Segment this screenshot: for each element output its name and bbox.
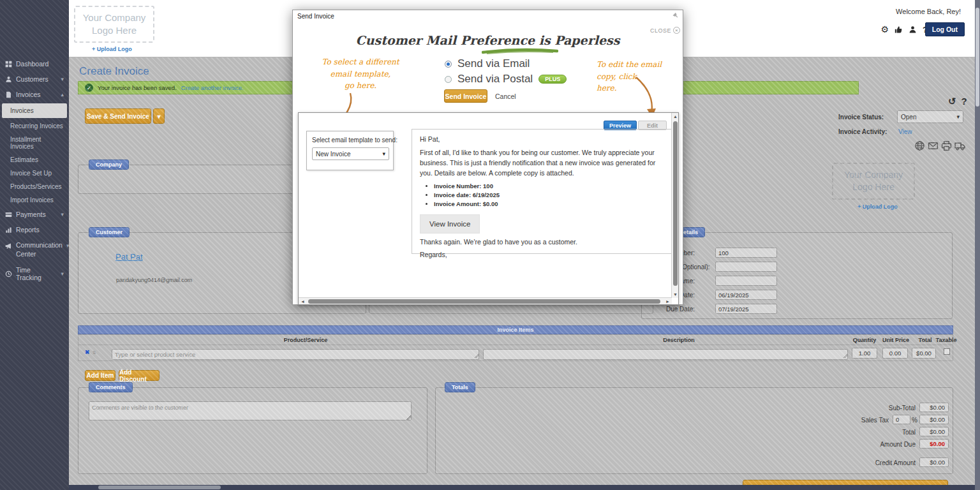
quantity-input[interactable] bbox=[852, 348, 877, 359]
welcome-message: Welcome Back, Rey! bbox=[896, 8, 961, 15]
customer-name-link[interactable]: Pat Pat bbox=[115, 252, 143, 262]
template-select[interactable]: New Invoice ▾ bbox=[312, 147, 389, 160]
resize-grip-icon[interactable] bbox=[406, 415, 411, 420]
notice-text: Your invoice has been saved. bbox=[98, 84, 177, 91]
printer-icon[interactable] bbox=[941, 140, 952, 151]
scroll-right-icon[interactable]: ► bbox=[665, 299, 670, 304]
column-header-description: Description bbox=[500, 337, 858, 343]
column-header-taxable: Taxable bbox=[933, 337, 959, 343]
page-vertical-scrollbar[interactable] bbox=[975, 0, 980, 490]
email-thanks: Thanks again. We're glad to have you as … bbox=[420, 238, 664, 246]
template-label: Select email template to send: bbox=[312, 137, 388, 144]
chevron-up-icon: ▴ bbox=[61, 91, 64, 98]
scroll-left-icon[interactable]: ◄ bbox=[301, 299, 305, 304]
modal-send-invoice-button[interactable]: Send Invoice bbox=[444, 89, 487, 103]
panel-horizontal-scrollbar[interactable]: ◄ ► bbox=[299, 297, 672, 304]
save-send-dropdown-toggle[interactable]: ▾ bbox=[153, 108, 165, 124]
sidebar-subitem-products-services[interactable]: Products/Services bbox=[0, 180, 69, 193]
globe-icon[interactable] bbox=[914, 140, 925, 151]
modal-cancel-link[interactable]: Cancel bbox=[495, 93, 516, 100]
sidebar-item-customers[interactable]: Customers ▾ bbox=[0, 71, 69, 87]
scrollbar-thumb[interactable] bbox=[98, 486, 221, 489]
save-send-invoice-button[interactable]: Save & Send Invoice bbox=[85, 108, 151, 124]
sidebar-item-label: Time Tracking bbox=[16, 266, 57, 281]
gear-icon[interactable]: ⚙ bbox=[880, 24, 889, 34]
drag-handle-icon[interactable]: ⇅ bbox=[93, 350, 96, 355]
taxable-checkbox[interactable] bbox=[944, 348, 950, 355]
credit-amount-label: Credit Amount bbox=[768, 459, 916, 466]
invoice-activity-view-link[interactable]: View bbox=[898, 128, 912, 135]
person-icon[interactable] bbox=[909, 26, 917, 34]
send-via-postal-option[interactable]: Send via Postal PLUS bbox=[445, 73, 567, 85]
create-another-invoice-link[interactable]: Create another invoice. bbox=[181, 84, 244, 91]
view-invoice-button[interactable]: View Invoice bbox=[420, 214, 480, 234]
company-logo-placeholder[interactable]: Your Company Logo Here bbox=[74, 6, 154, 43]
resize-grip-icon[interactable] bbox=[843, 353, 847, 358]
scroll-up-icon[interactable]: ▲ bbox=[673, 114, 678, 119]
resize-grip-icon[interactable] bbox=[474, 353, 479, 358]
upload-logo-link[interactable]: + Upload Logo bbox=[858, 204, 898, 210]
document-icon bbox=[5, 91, 12, 98]
sidebar-item-time-tracking[interactable]: Time Tracking ▾ bbox=[0, 262, 69, 285]
radio-selected-icon[interactable] bbox=[445, 61, 452, 68]
pin-icon[interactable] bbox=[672, 12, 679, 20]
sales-tax-input[interactable] bbox=[893, 415, 910, 424]
invoice-number-input[interactable] bbox=[715, 248, 777, 258]
sidebar-item-label: Customers bbox=[16, 75, 48, 83]
sales-tax-value: $0.00 bbox=[919, 415, 949, 424]
totals-section: Totals Sub-Total $0.00 Sales Tax % $0.00… bbox=[435, 387, 953, 474]
left-annotation: To select a different email template, go… bbox=[311, 56, 410, 92]
sidebar-item-payments[interactable]: Payments ▾ bbox=[0, 207, 69, 222]
logout-button[interactable]: Log Out bbox=[925, 22, 965, 36]
logo-text: Logo Here bbox=[833, 181, 914, 193]
sidebar-subitem-recurring-invoices[interactable]: Recurring Invoices bbox=[0, 119, 69, 133]
scrollbar-thumb[interactable] bbox=[976, 8, 979, 107]
email-icon[interactable] bbox=[928, 140, 939, 151]
sidebar-item-label: Communication Center bbox=[16, 241, 63, 258]
scrollbar-thumb[interactable] bbox=[308, 299, 660, 304]
po-number-input[interactable] bbox=[715, 262, 777, 272]
sidebar-item-dashboard[interactable]: Dashboard bbox=[0, 56, 69, 71]
unit-price-input[interactable] bbox=[882, 348, 908, 359]
delete-row-icon[interactable]: ✖ bbox=[85, 349, 90, 355]
annotation-line: To select a different bbox=[311, 56, 410, 68]
thumbs-up-icon[interactable] bbox=[895, 26, 903, 34]
subtotal-value: $0.00 bbox=[919, 403, 949, 412]
sidebar-subitem-invoices[interactable]: Invoices bbox=[2, 103, 67, 118]
sidebar-item-invoices[interactable]: Invoices ▴ bbox=[0, 87, 69, 102]
invoice-status-select[interactable]: Open ▾ bbox=[897, 110, 963, 123]
date-input[interactable] bbox=[715, 290, 777, 300]
send-via-email-option[interactable]: Send via Email bbox=[445, 57, 567, 70]
sidebar-subitem-import-invoices[interactable]: Import Invoices bbox=[0, 193, 69, 207]
scroll-down-icon[interactable]: ▼ bbox=[673, 292, 678, 297]
product-service-input[interactable] bbox=[112, 349, 479, 360]
sidebar-item-communication-center[interactable]: Communication Center ▾ bbox=[0, 237, 69, 262]
panel-vertical-scrollbar[interactable]: ▲ ▼ bbox=[671, 113, 678, 298]
upload-logo-link[interactable]: + Upload Logo bbox=[92, 46, 132, 52]
bullet-label: Invoice date: bbox=[434, 191, 471, 198]
name-input[interactable] bbox=[715, 276, 777, 286]
sidebar-subitem-installment-invoices[interactable]: Installment Invoices bbox=[0, 133, 69, 153]
scrollbar-thumb[interactable] bbox=[673, 121, 678, 286]
help-icon[interactable]: ? bbox=[961, 96, 967, 107]
email-bullet: Invoice Amount: $0.00 bbox=[434, 200, 664, 207]
description-input[interactable] bbox=[483, 349, 848, 360]
radio-unselected-icon[interactable] bbox=[445, 76, 452, 83]
add-item-button[interactable]: Add Item bbox=[85, 370, 115, 381]
due-date-input[interactable] bbox=[715, 304, 777, 314]
sidebar-subitem-invoice-set-up[interactable]: Invoice Set Up bbox=[0, 167, 69, 180]
send-invoice-modal: Send Invoice CLOSE × Customer Mail Prefe… bbox=[292, 10, 683, 305]
sidebar-item-reports[interactable]: Reports bbox=[0, 222, 69, 237]
comments-textarea[interactable] bbox=[89, 401, 412, 420]
page-horizontal-scrollbar[interactable] bbox=[69, 485, 975, 490]
template-value: New Invoice bbox=[316, 151, 350, 158]
annotation-line: go here. bbox=[311, 80, 410, 92]
email-body-preview: Hi Pat, First of all, I'd like to thank … bbox=[412, 129, 672, 254]
history-icon[interactable]: ↺ bbox=[948, 96, 956, 107]
invoice-logo-placeholder[interactable]: Your Company Logo Here bbox=[832, 163, 915, 200]
total-input[interactable] bbox=[912, 348, 936, 359]
truck-icon[interactable] bbox=[954, 140, 965, 151]
add-discount-button[interactable]: Add Discount bbox=[119, 370, 160, 381]
sidebar-subitem-estimates[interactable]: Estimates bbox=[0, 153, 69, 167]
invoice-activity-label: Invoice Activity: bbox=[838, 128, 887, 135]
